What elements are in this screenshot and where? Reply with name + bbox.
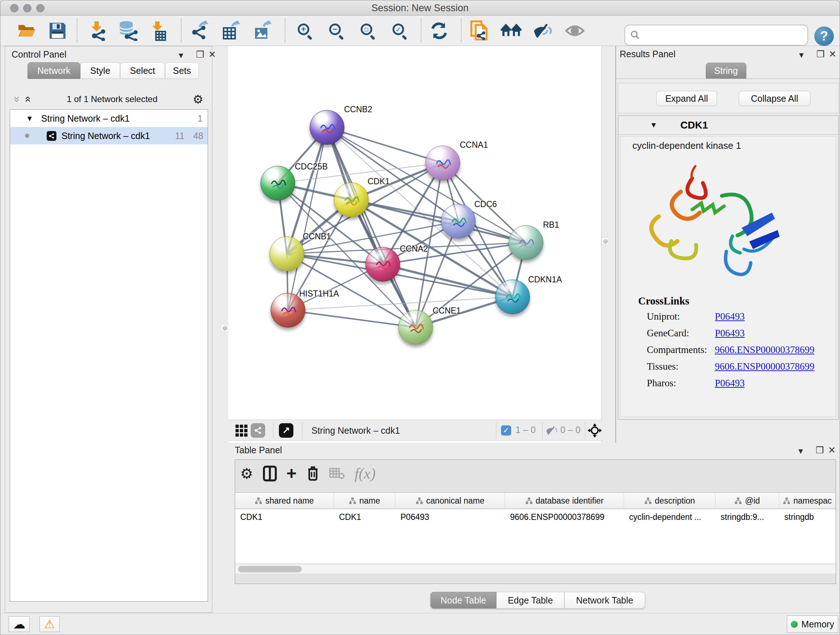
close-panel-icon[interactable]: ✕ (208, 50, 216, 59)
open-session-button[interactable] (16, 20, 38, 42)
pan-mode-button[interactable] (587, 423, 602, 438)
import-table-button[interactable] (149, 20, 171, 42)
close-panel-icon[interactable]: ✕ (828, 446, 836, 455)
maximize-panel-icon[interactable]: ❒ (196, 50, 204, 59)
maximize-panel-icon[interactable]: ❒ (816, 446, 824, 455)
search-input[interactable] (640, 30, 807, 41)
tab-edge-table[interactable]: Edge Table (496, 592, 564, 608)
scrollbar-thumb[interactable] (238, 566, 302, 572)
import-network-button[interactable] (86, 20, 107, 42)
right-splitter-handle[interactable] (602, 238, 609, 245)
column-header--id[interactable]: @id (715, 493, 779, 509)
network-options-gear-icon[interactable]: ⚙ (193, 92, 203, 106)
hide-selected-button[interactable] (532, 20, 554, 42)
float-panel-icon[interactable]: ▾ (179, 51, 183, 60)
zoom-out-button[interactable]: − (325, 20, 347, 42)
column-header-description[interactable]: description (624, 493, 715, 509)
expand-all-button[interactable]: Expand All (656, 91, 717, 106)
gene-header-row[interactable]: ▼ CDK1 (618, 116, 838, 135)
edge[interactable] (288, 310, 416, 327)
table-cell[interactable]: stringdb:9... (715, 509, 779, 525)
crosslink-label: Pharos: (647, 378, 676, 388)
close-panel-icon[interactable]: ✕ (829, 50, 836, 59)
maximize-panel-icon[interactable]: ❒ (816, 50, 824, 59)
crosslink-link[interactable]: P06493 (715, 378, 745, 389)
node-cdc25b[interactable] (261, 166, 295, 201)
edge[interactable] (327, 127, 416, 327)
tab-style[interactable]: Style (80, 62, 120, 79)
tab-network-table[interactable]: Network Table (564, 592, 645, 608)
refresh-button[interactable] (428, 20, 450, 42)
memory-button[interactable]: Memory (787, 616, 838, 633)
edge[interactable] (327, 127, 443, 163)
delete-column-trash-icon[interactable] (306, 465, 320, 482)
tab-node-table[interactable]: Node Table (431, 592, 496, 608)
crosslink-link[interactable]: P06493 (715, 328, 745, 339)
tab-network[interactable]: Network (27, 62, 80, 79)
network-collection-row[interactable]: ▼ String Network – cdk1 1 (10, 110, 208, 127)
node-cdk1[interactable] (334, 182, 369, 217)
cloud-button[interactable]: ☁ (9, 616, 30, 632)
export-network-button[interactable] (189, 20, 210, 42)
node-ccne1[interactable] (398, 310, 433, 345)
table-cell[interactable]: CDK1 (235, 509, 334, 525)
collapse-all-networks-icon[interactable]: « (23, 96, 34, 103)
table-cell[interactable]: P06493 (395, 509, 505, 525)
export-table-button[interactable] (220, 20, 242, 42)
warning-button[interactable]: ⚠ (39, 616, 60, 632)
crosslink-link[interactable]: 9606.ENSP00000378699 (715, 344, 814, 356)
table-cell[interactable]: CDK1 (334, 509, 395, 525)
new-network-from-selection-button[interactable] (469, 20, 490, 42)
node-cdc6[interactable] (441, 204, 476, 239)
crosslink-link[interactable]: P06493 (715, 311, 745, 322)
edge[interactable] (288, 127, 327, 310)
tab-select[interactable]: Select (120, 62, 165, 79)
gene-collapse-icon[interactable]: ▼ (650, 121, 657, 129)
column-header-namespac[interactable]: namespac (779, 493, 836, 509)
column-header-canonical-name[interactable]: canonical name (395, 493, 505, 509)
column-header-shared-name[interactable]: shared name (235, 493, 334, 509)
toolbar-separator (461, 19, 462, 42)
collapse-all-button[interactable]: Collapse All (739, 91, 810, 106)
zoom-selected-button[interactable]: ✓ (388, 20, 410, 42)
export-image-button[interactable] (251, 20, 273, 42)
save-session-button[interactable] (47, 20, 68, 42)
tab-sets[interactable]: Sets (165, 62, 199, 79)
network-row-selected[interactable]: String Network – cdk1 11 48 (10, 127, 208, 144)
float-panel-icon[interactable]: ▾ (798, 447, 803, 455)
help-button[interactable]: ? (814, 27, 834, 46)
network-canvas[interactable]: CCNB2CCNA1CDC25BCDK1CDC6RB1CCNB1CCNA2CDK… (228, 46, 602, 420)
zoom-fit-button[interactable]: ◻ (356, 20, 378, 42)
import-network-from-database-button[interactable] (117, 20, 139, 42)
table-cell[interactable]: 9606.ENSP00000378699 (505, 509, 624, 525)
add-column-icon[interactable]: + (286, 467, 297, 480)
zoom-in-button[interactable]: + (294, 20, 315, 42)
table-cell[interactable]: cyclin-dependent ... (624, 509, 715, 525)
tab-string[interactable]: String (706, 63, 746, 79)
table-row[interactable]: CDK1CDK1P064939606.ENSP00000378699cyclin… (235, 509, 836, 525)
show-all-button[interactable] (564, 20, 586, 42)
expand-all-networks-icon[interactable]: » (12, 96, 23, 103)
node-rb1[interactable] (508, 225, 543, 260)
table-cell[interactable]: stringdb (779, 509, 836, 525)
node-ccnb2[interactable] (309, 110, 344, 145)
float-panel-icon[interactable]: ▾ (799, 50, 804, 59)
horizontal-scrollbar[interactable] (235, 564, 836, 573)
grid-view-button[interactable] (235, 423, 248, 438)
node-ccnb1[interactable] (270, 236, 304, 271)
selected-indicator: ✓ (501, 423, 511, 438)
collection-collapse-icon[interactable]: ▼ (26, 114, 33, 123)
left-splitter-handle[interactable] (221, 325, 228, 332)
network-overview-button[interactable] (251, 423, 265, 438)
node-ccna1[interactable] (425, 146, 460, 180)
birdseye-view-button[interactable]: ↗ (279, 423, 294, 438)
node-ccna2[interactable] (365, 247, 400, 282)
first-neighbors-button[interactable] (500, 20, 522, 42)
crosslink-link[interactable]: 9606.ENSP00000378699 (715, 361, 814, 372)
column-header-name[interactable]: name (334, 493, 395, 509)
table-options-gear-icon[interactable]: ⚙ (240, 465, 253, 482)
show-columns-icon[interactable] (263, 465, 277, 482)
column-header-database-identifier[interactable]: database identifier (505, 493, 624, 509)
node-cdkn1a[interactable] (495, 279, 530, 314)
search-field[interactable] (624, 25, 808, 46)
